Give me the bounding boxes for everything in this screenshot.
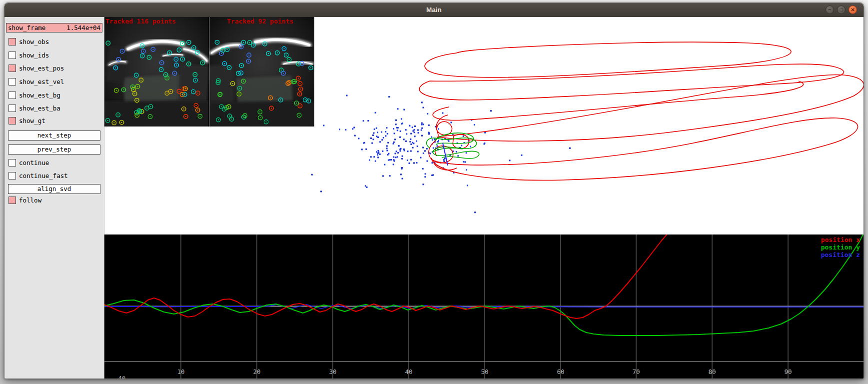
gt-trajectory-path	[419, 64, 844, 100]
landmark-point-cloud	[306, 95, 571, 214]
checkbox-label-follow: follow	[19, 196, 41, 204]
window-title: Main	[4, 3, 864, 17]
x-tick-label: 70	[632, 368, 640, 376]
prev_step-button[interactable]: prev_step	[8, 144, 100, 154]
close-button[interactable]: ✕	[849, 6, 857, 14]
x-tick-label: 10	[177, 368, 184, 376]
gt-trajectory-path	[453, 134, 469, 149]
maximize-icon: □	[838, 6, 845, 14]
camera-view-0: Tracked 116 points	[104, 17, 209, 126]
checkbox-label-continue_fast: continue_fast	[19, 172, 68, 180]
camera-view-1: Tracked 92 points	[209, 17, 314, 126]
minimize-icon: −	[826, 6, 834, 14]
gt-trajectory-path	[431, 118, 858, 180]
x-tick-label: 40	[405, 368, 412, 376]
maximize-button[interactable]: □	[837, 6, 846, 14]
legend-position-z: position z	[821, 251, 860, 258]
checkbox-label-show_est_vel: show_est_vel	[19, 78, 64, 86]
checkbox-label-continue: continue	[19, 159, 49, 167]
control-panel: show_frame1.544e+04show_obsshow_idsshow_…	[4, 17, 104, 379]
checkbox-show_est_ba[interactable]	[8, 104, 16, 112]
checkbox-label-show_est_ba: show_est_ba	[19, 104, 60, 112]
clipped-tick-label: -40	[114, 374, 126, 379]
x-tick-label: 60	[557, 368, 564, 376]
x-tick-label: 20	[253, 368, 260, 376]
minimize-button[interactable]: −	[826, 6, 834, 14]
checkbox-label-show_ids: show_ids	[19, 52, 49, 60]
legend-position-y: position y	[821, 244, 860, 251]
x-tick-label: 30	[329, 368, 336, 376]
align_svd-button[interactable]: align_svd	[8, 184, 100, 194]
checkbox-show_ids[interactable]	[8, 52, 16, 59]
checkbox-show_gt[interactable]	[8, 117, 16, 124]
checkbox-show_est_vel[interactable]	[8, 78, 16, 86]
x-tick-label: 80	[708, 368, 716, 376]
show-frame-slider[interactable]: show_frame1.544e+04	[6, 23, 102, 32]
x-tick-label: 50	[481, 368, 488, 376]
checkbox-label-show_est_pos: show_est_pos	[19, 64, 64, 72]
gt-trajectory-path	[433, 81, 803, 120]
gt-trajectory-path	[438, 75, 864, 142]
checkbox-show_est_pos[interactable]	[8, 64, 16, 72]
app-window: Main −□✕ show_frame1.544e+04show_obsshow…	[4, 2, 864, 379]
slider-value: 1.544e+04	[66, 24, 100, 32]
close-icon: ✕	[849, 6, 857, 14]
tracked-points-overlay: Tracked 92 points	[227, 18, 293, 25]
checkbox-follow[interactable]	[8, 196, 16, 204]
gt-trajectory-path	[425, 42, 791, 78]
window-controls: −□✕	[826, 6, 857, 14]
legend-position-x: position x	[821, 236, 860, 244]
x-tick-label: 90	[784, 368, 792, 376]
position-plot[interactable]: 1020304050607080900-40position xposition…	[104, 234, 864, 379]
estimated-trajectory-path	[433, 148, 463, 152]
window-content: show_frame1.544e+04show_obsshow_idsshow_…	[4, 17, 864, 378]
checkbox-label-show_gt: show_gt	[19, 117, 45, 125]
checkbox-label-show_obs: show_obs	[19, 38, 49, 46]
slider-label: show_frame	[8, 24, 45, 32]
checkbox-continue_fast[interactable]	[8, 172, 16, 180]
next_step-button[interactable]: next_step	[8, 130, 100, 140]
checkbox-show_obs[interactable]	[8, 38, 16, 46]
checkbox-show_est_bg[interactable]	[8, 92, 16, 99]
titlebar[interactable]: Main −□✕	[4, 3, 864, 18]
checkbox-continue[interactable]	[8, 159, 16, 166]
plot-canvas: 1020304050607080900-40position xposition…	[104, 234, 864, 379]
tracked-points-overlay: Tracked 116 points	[105, 18, 176, 25]
checkbox-label-show_est_bg: show_est_bg	[19, 92, 60, 100]
